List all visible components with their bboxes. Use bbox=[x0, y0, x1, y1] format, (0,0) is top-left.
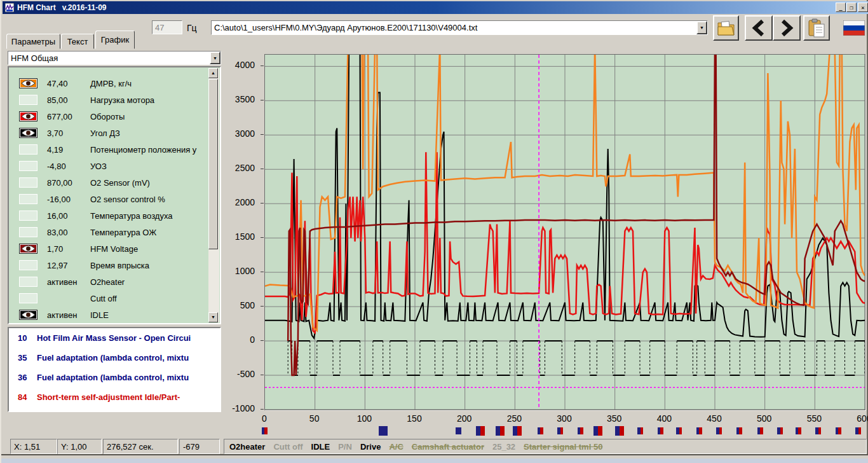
parameter-value: активен bbox=[47, 277, 77, 287]
minimize-button[interactable]: _ bbox=[836, 3, 846, 12]
tab-text[interactable]: Текст bbox=[61, 34, 94, 49]
fault-code-row[interactable]: 10Hot Film Air Mass Sensor - Open Circui bbox=[9, 328, 219, 348]
legend-item[interactable]: Camshaft actuator bbox=[412, 442, 484, 452]
visibility-toggle[interactable] bbox=[19, 144, 37, 155]
parameter-value: 12,97 bbox=[47, 261, 68, 270]
parameter-value: 4,19 bbox=[47, 145, 63, 155]
parameter-row[interactable]: 4,19Потенциометр положения у bbox=[10, 141, 210, 158]
parameter-row[interactable]: 3,70Угол ДЗ bbox=[10, 125, 210, 141]
parameter-value: 677,00 bbox=[47, 112, 72, 121]
close-button[interactable]: ✕ bbox=[858, 3, 868, 12]
parameter-row[interactable]: 870,00O2 Sensor (mV) bbox=[10, 174, 210, 191]
visibility-toggle[interactable] bbox=[19, 293, 37, 303]
event-marker bbox=[578, 427, 583, 434]
fault-code: 36 bbox=[18, 373, 27, 382]
file-path-combobox[interactable]: C:\auto\1_users\HFM\0.MY\Эдуард Арутюнов… bbox=[211, 20, 708, 35]
event-marker bbox=[855, 427, 861, 434]
visibility-toggle[interactable] bbox=[19, 211, 37, 221]
visibility-toggle[interactable] bbox=[19, 277, 37, 287]
parameter-label: HFM Voltage bbox=[90, 244, 138, 254]
legend-item[interactable]: O2heater bbox=[229, 442, 265, 452]
plot-area[interactable] bbox=[264, 54, 865, 410]
preset-combobox[interactable]: HFM Общая ▼ bbox=[8, 51, 221, 65]
visibility-eye-toggle[interactable] bbox=[19, 128, 37, 138]
fault-code-row[interactable]: 36Fuel adaptation (lambda control, mixtu bbox=[9, 368, 219, 387]
visibility-eye-toggle[interactable] bbox=[19, 111, 37, 121]
language-button[interactable] bbox=[841, 17, 867, 39]
visibility-toggle[interactable] bbox=[19, 161, 37, 171]
fault-text: Short-term self-adjustment Idle/Part- bbox=[37, 392, 180, 402]
parameter-label: O2heater bbox=[90, 277, 125, 287]
y-axis-label: 3000 bbox=[227, 128, 255, 139]
parameter-row[interactable]: Cutt off bbox=[10, 290, 210, 307]
parameter-label: O2 sensor control % bbox=[90, 195, 165, 204]
visibility-eye-toggle[interactable] bbox=[19, 244, 37, 254]
visibility-toggle[interactable] bbox=[19, 260, 37, 270]
status-cursor-value: -679 bbox=[179, 439, 220, 454]
fault-code-row[interactable]: 35Fuel adaptation (lambda control, mixtu bbox=[9, 348, 219, 368]
fault-code-list: 10Hot Film Air Mass Sensor - Open Circui… bbox=[8, 327, 221, 412]
event-marker bbox=[557, 427, 563, 434]
parameter-row[interactable]: -4,80УОЗ bbox=[10, 158, 210, 174]
restore-button[interactable]: ❐ bbox=[846, 3, 857, 12]
y-axis-label: 1500 bbox=[227, 232, 255, 242]
event-marker bbox=[456, 427, 461, 434]
event-marker bbox=[513, 426, 522, 436]
visibility-toggle[interactable] bbox=[19, 194, 37, 204]
legend-item[interactable]: 25_32 bbox=[492, 442, 515, 452]
visibility-toggle[interactable] bbox=[19, 227, 37, 237]
visibility-eye-toggle[interactable] bbox=[19, 78, 37, 88]
prev-file-button[interactable] bbox=[745, 15, 773, 41]
visibility-toggle[interactable] bbox=[19, 177, 37, 188]
next-file-button[interactable] bbox=[773, 15, 801, 41]
legend-item[interactable]: Starter signal tml 50 bbox=[524, 442, 602, 452]
parameter-value: -16,00 bbox=[47, 195, 71, 204]
tab-chart[interactable]: График bbox=[95, 31, 135, 49]
parameter-row[interactable]: 12,97Время впрыска bbox=[10, 257, 210, 273]
visibility-eye-toggle[interactable] bbox=[19, 310, 37, 320]
parameter-row[interactable]: 47,40ДМРВ, кг/ч bbox=[10, 75, 210, 92]
parameter-value: 3,70 bbox=[47, 128, 63, 138]
open-file-button[interactable] bbox=[713, 15, 739, 41]
parameter-label: IDLE bbox=[90, 310, 109, 320]
parameter-row[interactable]: -16,00O2 sensor control % bbox=[10, 191, 210, 207]
x-axis-label: 50 bbox=[302, 413, 327, 424]
event-marker bbox=[676, 427, 682, 434]
frequency-input[interactable] bbox=[152, 20, 182, 34]
parameter-label: Время впрыска bbox=[90, 261, 149, 270]
parameter-row[interactable]: 16,00Температура воздуха bbox=[10, 207, 210, 224]
legend-item[interactable]: Cutt off bbox=[273, 442, 302, 452]
y-axis-tick bbox=[261, 306, 264, 307]
event-marker bbox=[593, 426, 602, 436]
prev-arrow-icon bbox=[749, 18, 768, 38]
y-axis-tick bbox=[261, 66, 264, 66]
parameter-label: Нагрузка мотора bbox=[90, 95, 154, 105]
y-axis-label: 0 bbox=[227, 335, 255, 345]
parameter-label: Угол ДЗ bbox=[90, 128, 120, 138]
fault-text: Hot Film Air Mass Sensor - Open Circui bbox=[37, 333, 191, 343]
legend-item[interactable]: A/C bbox=[389, 442, 403, 452]
parameter-row[interactable]: 677,00Обороты bbox=[10, 108, 210, 125]
copy-button[interactable] bbox=[803, 15, 830, 41]
parameter-row[interactable]: 85,00Нагрузка мотора bbox=[10, 92, 210, 108]
legend-item[interactable]: IDLE bbox=[311, 442, 330, 452]
legend-item[interactable]: Drive bbox=[360, 442, 381, 452]
parameter-row[interactable]: 83,00Температура ОЖ bbox=[10, 224, 210, 240]
tab-parameters[interactable]: Параметры bbox=[6, 34, 60, 49]
preset-dropdown-button[interactable]: ▼ bbox=[210, 52, 220, 64]
app-logo-icon bbox=[5, 3, 14, 12]
y-axis-label: 500 bbox=[227, 300, 255, 310]
file-path-dropdown-button[interactable]: ▼ bbox=[696, 21, 707, 34]
title-bar[interactable]: HFM Chart v.2016-11-09 bbox=[3, 1, 868, 14]
fault-text: Fuel adaptation (lambda control, mixtu bbox=[37, 353, 189, 363]
fault-code-row[interactable]: 84Short-term self-adjustment Idle/Part- bbox=[9, 387, 219, 407]
event-marker bbox=[262, 427, 268, 434]
parameter-row[interactable]: 1,70HFM Voltage bbox=[10, 240, 210, 257]
x-axis-label: 150 bbox=[402, 413, 427, 424]
visibility-toggle[interactable] bbox=[19, 95, 37, 105]
parameter-row[interactable]: активенO2heater bbox=[10, 273, 210, 290]
status-x: X: 1,51 bbox=[10, 439, 57, 454]
parameter-row[interactable]: активенIDLE bbox=[10, 307, 210, 323]
legend-item[interactable]: P/N bbox=[338, 442, 352, 452]
y-axis-label: -1000 bbox=[227, 403, 255, 413]
